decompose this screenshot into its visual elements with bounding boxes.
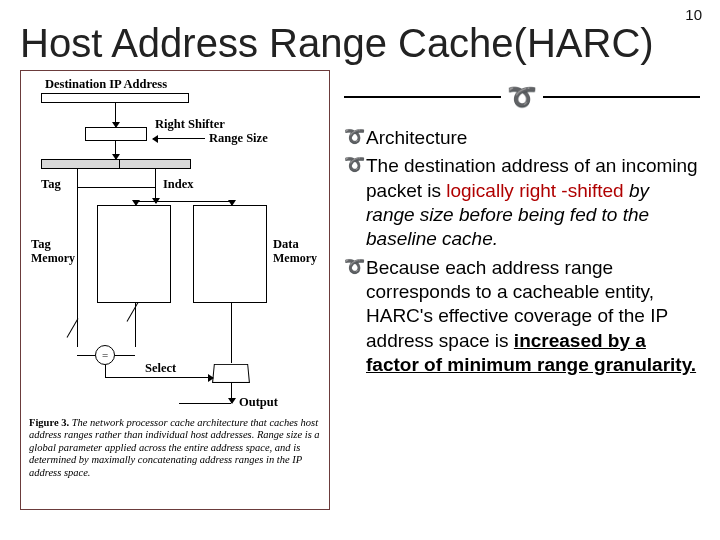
figure-canvas: Destination IP Address Right Shifter Ran… — [27, 77, 323, 503]
ornament-line-right — [543, 96, 700, 97]
index-to-tagmem — [135, 201, 136, 205]
bullet-marker-icon: ➰ — [344, 256, 366, 378]
shifted-word-box — [41, 159, 191, 169]
tag-vline — [77, 169, 78, 187]
content-row: Destination IP Address Right Shifter Ran… — [20, 70, 700, 510]
figure-caption: Figure 3. The network processor cache ar… — [29, 417, 321, 479]
page-number: 10 — [685, 6, 702, 23]
arrow-dest-to-shifter — [115, 103, 116, 127]
mux-out — [231, 383, 232, 403]
label-tag-mem2: Memory — [31, 251, 75, 266]
comparator-circle: = — [95, 345, 115, 365]
select-mux — [212, 364, 250, 383]
slide: 10 Host Address Range Cache(HARC) Destin… — [0, 0, 720, 540]
bullet-text: The destination address of an incoming p… — [366, 154, 700, 251]
range-size-arrow — [153, 138, 205, 139]
figure-panel: Destination IP Address Right Shifter Ran… — [20, 70, 330, 510]
label-data-mem1: Data — [273, 237, 299, 252]
arrow-index — [155, 169, 156, 203]
ornament-glyph: ➰ — [507, 85, 537, 109]
ornament-divider: ➰ — [344, 84, 700, 110]
ornament-line-left — [344, 96, 501, 97]
bullet-marker-icon: ➰ — [344, 154, 366, 251]
arrow-shifter-out — [115, 141, 116, 159]
bullet-marker-icon: ➰ — [344, 126, 366, 150]
label-right-shifter: Right Shifter — [155, 117, 225, 132]
slash-tagmem-out — [127, 302, 139, 322]
comparator-symbol: = — [102, 349, 108, 361]
dest-ip-box — [41, 93, 189, 103]
cmp-to-select — [105, 377, 213, 378]
label-index: Index — [163, 177, 194, 192]
label-output: Output — [239, 395, 278, 410]
index-branch-h — [135, 201, 231, 202]
bullet-item: ➰ Because each address range corresponds… — [344, 256, 700, 378]
tag-hline — [77, 187, 155, 188]
output-hline — [179, 403, 231, 404]
label-select: Select — [145, 361, 176, 376]
bullet-list: ➰ Architecture ➰ The destination address… — [344, 126, 700, 377]
right-shifter-box — [85, 127, 147, 141]
tag-memory-box — [97, 205, 171, 303]
label-range-size: Range Size — [209, 131, 268, 146]
label-tag: Tag — [41, 177, 61, 192]
label-data-mem2: Memory — [273, 251, 317, 266]
figure-caption-label: Figure 3. — [29, 417, 69, 428]
label-tag-mem1: Tag — [31, 237, 51, 252]
bullet-text: Because each address range corresponds t… — [366, 256, 700, 378]
tagmem-to-cmp — [115, 355, 135, 356]
bullet-text: Architecture — [366, 126, 700, 150]
datamem-out — [231, 303, 232, 363]
bullet-item: ➰ Architecture — [344, 126, 700, 150]
slide-title: Host Address Range Cache(HARC) — [20, 22, 700, 64]
cmp-out-v — [105, 365, 106, 377]
index-to-datamem — [231, 201, 232, 205]
tag-to-cmp — [77, 355, 95, 356]
data-memory-box — [193, 205, 267, 303]
tagmem-out — [135, 303, 136, 347]
tag-wire-long — [77, 187, 78, 347]
text-panel: ➰ ➰ Architecture ➰ The destination addre… — [344, 70, 700, 510]
shifted-word-split — [119, 159, 120, 169]
bullet-2-highlight: logically right -shifted — [446, 180, 623, 201]
bullet-item: ➰ The destination address of an incoming… — [344, 154, 700, 251]
label-dest-ip: Destination IP Address — [45, 77, 167, 92]
figure-caption-text: The network processor cache architecture… — [29, 417, 320, 478]
